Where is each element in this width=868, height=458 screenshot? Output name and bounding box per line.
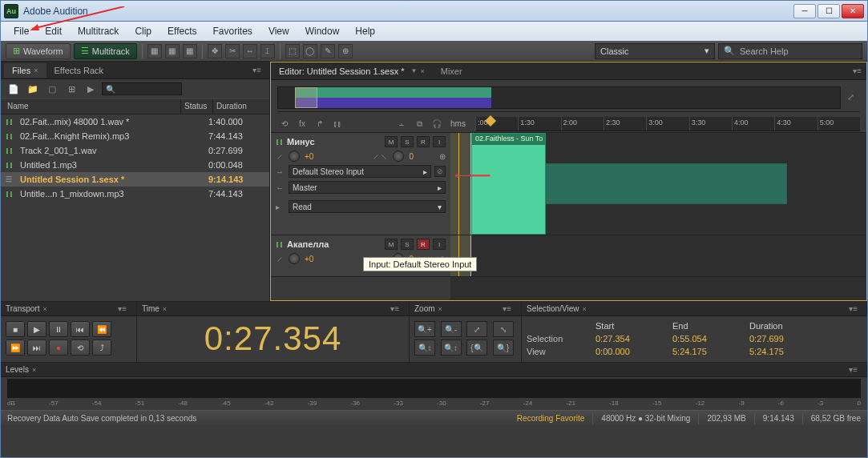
mute-button[interactable]: M [385, 136, 398, 147]
phase-icon[interactable]: ⊕ [439, 152, 446, 161]
overview-strip[interactable] [277, 86, 841, 109]
selection-region[interactable] [450, 133, 471, 235]
lasso-tool-icon[interactable]: ◯ [303, 44, 317, 58]
monitor-button[interactable]: I [433, 239, 446, 250]
column-status[interactable]: Status [181, 99, 213, 114]
search-help-input[interactable]: 🔍Search Help [718, 43, 862, 59]
files-search-input[interactable] [102, 82, 182, 95]
time-format-label[interactable]: hms [450, 119, 466, 128]
automation-arrow-icon[interactable]: ▸ [276, 203, 285, 211]
file-row[interactable]: ⫿⫿Track 2_001_1.wav0:27.699 [1, 143, 269, 158]
zoom-in-h-icon[interactable]: 🔍+ [414, 321, 435, 337]
chevron-down-icon[interactable]: ▼ [411, 67, 418, 74]
selection-duration[interactable]: 0:27.699 [749, 334, 813, 344]
multitrack-mode-button[interactable]: ☰Multitrack [74, 43, 137, 59]
menu-multitrack[interactable]: Multitrack [70, 23, 127, 39]
tab-effects-rack[interactable]: Effects Rack [46, 63, 112, 78]
selection-end[interactable]: 0:55.054 [672, 334, 737, 344]
move-tool-icon[interactable]: ✥ [208, 44, 222, 58]
eq-icon[interactable]: ⫿⫿ [330, 118, 345, 131]
zoom-out-h-icon[interactable]: 🔍- [441, 321, 462, 337]
mute-button[interactable]: M [385, 239, 398, 250]
tool-spectral-3[interactable]: ▦ [183, 44, 197, 58]
minimize-button[interactable]: ─ [793, 4, 816, 18]
track-handle-icon[interactable]: ⫿⫿ [276, 138, 284, 146]
view-duration[interactable]: 5:24.175 [749, 347, 813, 356]
output-select[interactable]: Master▸ [289, 181, 446, 194]
brush-tool-icon[interactable]: ✎ [321, 44, 335, 58]
record-arm-button[interactable]: R [417, 239, 430, 250]
audio-clip[interactable] [546, 163, 787, 204]
zoom-in-point-icon[interactable]: {🔍 [466, 339, 487, 356]
track-name[interactable]: Акапелла [287, 239, 382, 249]
close-icon[interactable]: × [34, 66, 38, 74]
menu-edit[interactable]: Edit [37, 23, 70, 39]
import-icon[interactable]: ⊞ [63, 82, 79, 96]
play-preview-icon[interactable]: ▶ [83, 82, 99, 96]
pan-knob[interactable] [393, 151, 404, 162]
column-duration[interactable]: Duration [213, 99, 269, 114]
menu-window[interactable]: Window [297, 23, 348, 39]
heal-tool-icon[interactable]: ⊕ [338, 44, 353, 58]
overview-selection[interactable] [295, 87, 317, 108]
skip-button[interactable]: ⤴ [92, 339, 111, 356]
input-config-icon[interactable]: ⊘ [434, 166, 446, 177]
fx-icon[interactable]: fx [295, 118, 309, 131]
send-icon[interactable]: ↱ [313, 118, 327, 131]
workspace-select[interactable]: Classic▾ [595, 43, 715, 59]
tool-spectral-1[interactable]: ▦ [147, 44, 162, 58]
file-row[interactable]: ⫿⫿Untitled 1.mp30:00.048 [1, 158, 269, 172]
menu-help[interactable]: Help [347, 23, 383, 39]
waveform-mode-button[interactable]: ⊞Waveform [6, 43, 71, 59]
record-button[interactable]: ● [49, 339, 68, 356]
open-file-icon[interactable]: 📄 [6, 82, 22, 96]
rewind-button[interactable]: ⏪ [92, 321, 111, 337]
ffwd-button[interactable]: ⏩ [6, 339, 25, 356]
menu-view[interactable]: View [260, 23, 297, 39]
record-arm-button[interactable]: R [417, 136, 430, 147]
view-start[interactable]: 0:00.000 [595, 347, 660, 356]
zoom-full-icon[interactable]: ⤢ [466, 321, 487, 337]
panel-menu-icon[interactable]: ▾≡ [848, 66, 866, 75]
input-select[interactable]: Default Stereo Input▸ [289, 165, 431, 178]
new-file-icon[interactable]: ▢ [44, 82, 60, 96]
track-lane[interactable]: 02.Faithless - Sun To Me (Mark Knight Re… [450, 133, 866, 235]
group-icon[interactable]: ⧉ [412, 118, 426, 131]
play-button[interactable]: ▶ [27, 321, 46, 337]
loop-icon[interactable]: ⟲ [277, 118, 292, 131]
editor-tab[interactable]: Editor: Untitled Session 1.sesx *▼× [271, 64, 433, 78]
maximize-button[interactable]: ☐ [818, 4, 840, 18]
menu-file[interactable]: File [6, 23, 37, 39]
file-row[interactable]: ⫿⫿Untitle...n 1_mixdown.mp37:44.143 [1, 187, 269, 201]
file-row[interactable]: ⫿⫿02.Fait...mix) 48000 1.wav *1:40.000 [1, 114, 269, 129]
zoom-out-point-icon[interactable]: 🔍} [493, 339, 514, 356]
snap-icon[interactable]: ⫠ [394, 118, 409, 131]
solo-button[interactable]: S [401, 239, 414, 250]
track-handle-icon[interactable]: ⫿⫿ [276, 240, 284, 248]
marquee-tool-icon[interactable]: ⬚ [285, 44, 300, 58]
razor-tool-icon[interactable]: ✂ [225, 44, 240, 58]
zoom-in-v-icon[interactable]: 🔍↕ [414, 339, 435, 356]
view-end[interactable]: 5:24.175 [672, 347, 737, 356]
track-lane[interactable] [450, 235, 866, 277]
solo-button[interactable]: S [401, 136, 414, 147]
panel-menu-icon[interactable]: ▾≡ [248, 66, 266, 74]
close-button[interactable]: ✕ [842, 4, 864, 18]
tool-spectral-2[interactable]: ▦ [165, 44, 180, 58]
track-name[interactable]: Минус [287, 137, 382, 147]
audio-clip[interactable]: 02.Faithless - Sun To Me (Mark Knight Re… [471, 133, 546, 235]
monitor-button[interactable]: I [433, 136, 446, 147]
file-row[interactable]: ☰Untitled Session 1.sesx *9:14.143 [1, 172, 269, 187]
next-button[interactable]: ⏭ [27, 339, 46, 356]
time-select-tool-icon[interactable]: 𝙸 [260, 44, 275, 58]
close-icon[interactable]: × [420, 67, 424, 75]
pause-button[interactable]: ⏸ [49, 321, 68, 337]
menu-clip[interactable]: Clip [127, 23, 159, 39]
zoom-sel-icon[interactable]: ⤡ [493, 321, 514, 337]
mixer-tab[interactable]: Mixer [433, 64, 470, 78]
automation-mode-select[interactable]: Read▾ [289, 200, 446, 213]
zoom-reset-icon[interactable]: ⤢ [841, 92, 860, 102]
file-row[interactable]: ⫿⫿02.Fait...Knight Remix).mp37:44.143 [1, 129, 269, 143]
timeline-ruler[interactable]: :00 1:30 2:00 2:30 3:00 3:30 4:00 4:30 5… [475, 117, 860, 131]
volume-knob[interactable] [289, 151, 300, 162]
